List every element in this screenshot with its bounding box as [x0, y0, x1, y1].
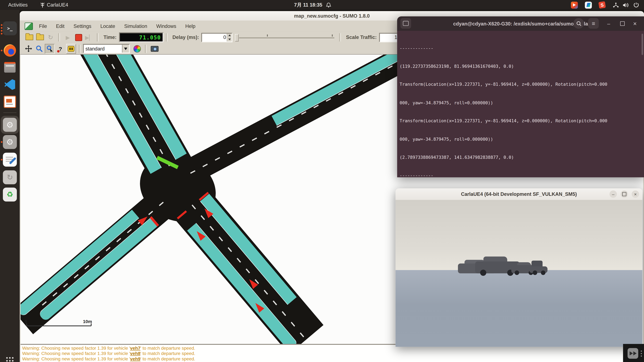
- tray-app-icon-blue[interactable]: [585, 0, 592, 10]
- road-arm-bottomright: [175, 190, 324, 344]
- vehicle-link[interactable]: veh8: [130, 351, 140, 356]
- terminal-output[interactable]: ------------- (119.22737358623198, 81.96…: [397, 31, 644, 177]
- vehicle-link[interactable]: veh7: [130, 346, 140, 351]
- notification-bell-icon: [326, 2, 331, 7]
- ruler-line: [26, 326, 91, 326]
- scale-traffic-label: Scale Traffic:: [346, 34, 377, 40]
- terminal-window: cdyan@cdyan-X620-G30: /exdisk/sumo+carla…: [397, 16, 644, 177]
- terminal-search-button[interactable]: [573, 18, 584, 29]
- open-network-button[interactable]: [35, 32, 45, 42]
- terminal-scrollbar[interactable]: [642, 34, 643, 55]
- carla-window-title: CarlaUE4 (64-bit Development SF_VULKAN_S…: [461, 191, 577, 197]
- sumo-app-icon: [25, 22, 33, 30]
- menu-file[interactable]: File: [34, 20, 52, 31]
- dock-vscode-icon[interactable]: [3, 77, 17, 91]
- dock-files-icon[interactable]: [3, 60, 17, 74]
- dock-firefox-icon[interactable]: [3, 43, 17, 57]
- terminal-titlebar[interactable]: cdyan@cdyan-X620-G30: /exdisk/sumo+carla…: [397, 16, 644, 31]
- menu-locate[interactable]: Locate: [96, 20, 120, 31]
- desktop: map_new.sumocfg - SUMO 1.8.0 File Edit S…: [0, 0, 644, 362]
- dock-text-editor-icon[interactable]: [3, 153, 17, 167]
- new-tab-button[interactable]: [400, 18, 411, 29]
- tray-app-icon-sogou[interactable]: S: [599, 0, 605, 10]
- help-cursor-icon[interactable]: ?: [56, 44, 65, 53]
- dock: >_ ⚙ ⚙ ↻ ♻: [0, 10, 20, 362]
- dock-software-updater-icon[interactable]: ↻: [3, 170, 17, 184]
- clock-menu[interactable]: 7月 11 18:35: [294, 0, 331, 10]
- screen-recorder-overlay: [623, 344, 644, 362]
- carla-app-icon: [40, 2, 45, 7]
- reload-button[interactable]: ↻: [46, 32, 55, 42]
- lane-strip: [20, 210, 139, 317]
- carla-viewport[interactable]: [396, 200, 642, 347]
- menu-windows[interactable]: Windows: [152, 20, 181, 31]
- terminal-minimize-button[interactable]: –: [603, 18, 614, 29]
- delay-slider-handle[interactable]: [235, 34, 239, 41]
- skip-forward-button[interactable]: [628, 348, 638, 359]
- network-status-icon[interactable]: [613, 0, 619, 10]
- carla-maximize-button[interactable]: [620, 190, 628, 198]
- play-button[interactable]: ▶: [63, 32, 73, 42]
- time-display: 71.050: [119, 32, 164, 42]
- delay-value: 0: [202, 34, 227, 40]
- more-options-dots[interactable]: [641, 349, 642, 358]
- zoom-icon[interactable]: [34, 44, 44, 53]
- delay-spinbox[interactable]: 0: [202, 33, 233, 42]
- road-arm-topleft: [80, 54, 192, 181]
- tray-app-icon-orange[interactable]: [571, 0, 578, 10]
- focused-app-name: CarlaUE4: [47, 2, 68, 8]
- car-wheel: [514, 271, 519, 275]
- carla-minimize-button[interactable]: –: [610, 190, 617, 198]
- step-button[interactable]: ▶▏: [84, 32, 94, 42]
- activities-button[interactable]: Activities: [8, 0, 28, 10]
- delay-up-arrow[interactable]: [228, 33, 232, 37]
- menu-help[interactable]: Help: [181, 20, 200, 31]
- show-applications-button[interactable]: [3, 354, 17, 362]
- carla-ground: [396, 270, 642, 347]
- dock-settings-icon-active[interactable]: ⚙: [3, 118, 17, 132]
- color-scheme-dropdown[interactable]: standard: [83, 44, 130, 53]
- warning-line: Warning: Choosing new speed factor 1.39 …: [22, 356, 644, 362]
- delay-slider[interactable]: [234, 33, 337, 42]
- volume-status-icon[interactable]: [623, 0, 629, 10]
- vehicle-link[interactable]: veh9: [130, 356, 140, 361]
- dock-recycle-icon[interactable]: ♻: [3, 187, 17, 201]
- message-bubble-icon[interactable]: [66, 44, 76, 53]
- time-label: Time:: [104, 34, 116, 40]
- road-arm-bottomleft: [20, 190, 174, 334]
- power-status-icon[interactable]: [633, 0, 639, 10]
- menu-edit[interactable]: Edit: [52, 20, 69, 31]
- ruler-start-label: 0: [25, 319, 27, 324]
- carla-sky: [396, 200, 642, 270]
- dock-settings-icon[interactable]: ⚙: [3, 135, 17, 149]
- camera-snapshot-icon[interactable]: [150, 44, 159, 53]
- lane-strip: [38, 218, 158, 322]
- terminal-close-button[interactable]: ×: [630, 18, 640, 29]
- search-icon: [576, 21, 581, 26]
- dock-impress-icon[interactable]: [3, 95, 17, 109]
- carla-close-button[interactable]: ×: [632, 190, 639, 198]
- car-wheel: [533, 271, 537, 275]
- terminal-maximize-button[interactable]: [617, 18, 628, 29]
- delay-label: Delay (ms):: [172, 34, 199, 40]
- menu-settings[interactable]: Settings: [69, 20, 96, 31]
- stop-button[interactable]: [74, 32, 83, 42]
- carla-window: CarlaUE4 (64-bit Development SF_VULKAN_S…: [396, 188, 642, 347]
- locate-cursor-icon[interactable]: [45, 44, 54, 53]
- carla-titlebar[interactable]: CarlaUE4 (64-bit Development SF_VULKAN_S…: [396, 188, 642, 200]
- road-arm-topright: [184, 54, 420, 183]
- clock-text: 7月 11 18:35: [294, 1, 322, 8]
- dropdown-arrow-button[interactable]: [122, 45, 129, 52]
- focused-app-menu[interactable]: CarlaUE4: [40, 0, 68, 10]
- ruler-end-label: 10m: [83, 319, 92, 324]
- terminal-menu-button[interactable]: ≡: [588, 18, 599, 29]
- warning-line: Warning: Choosing new speed factor 1.39 …: [22, 351, 644, 356]
- skip-forward-icon: [630, 351, 632, 356]
- open-config-button[interactable]: [24, 32, 34, 42]
- menu-simulation[interactable]: Simulation: [120, 20, 152, 31]
- pan-move-icon[interactable]: [24, 44, 33, 53]
- scale-traffic-value: 1: [380, 34, 398, 40]
- color-wheel-icon[interactable]: [132, 44, 142, 53]
- dock-terminal-icon[interactable]: >_: [3, 21, 17, 35]
- delay-down-arrow[interactable]: [228, 37, 232, 41]
